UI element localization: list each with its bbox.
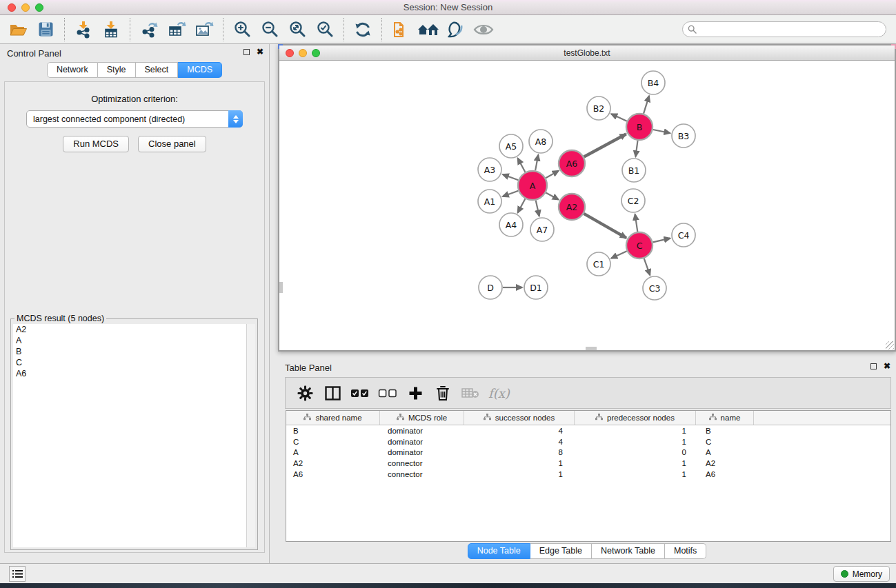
- node-B2[interactable]: B2: [587, 97, 610, 120]
- edge-C-C1[interactable]: [611, 251, 627, 258]
- table-cell[interactable]: 1: [464, 470, 575, 478]
- edge-A-A3[interactable]: [503, 174, 519, 180]
- edge-A2-C[interactable]: [584, 214, 626, 238]
- table-row[interactable]: A6connector11A6: [286, 469, 890, 480]
- node-A8[interactable]: A8: [529, 130, 552, 153]
- home-ndex-icon[interactable]: [417, 18, 440, 41]
- node-A2[interactable]: A2: [559, 194, 585, 220]
- node-A3[interactable]: A3: [478, 158, 501, 181]
- edge-A-A5[interactable]: [518, 159, 526, 172]
- edge-B-B1[interactable]: [636, 141, 638, 156]
- node-A7[interactable]: A7: [530, 218, 554, 241]
- deselect-all-icon[interactable]: [375, 381, 400, 405]
- edge-B-B3[interactable]: [653, 130, 670, 133]
- open-file-icon[interactable]: [6, 18, 30, 41]
- node-B3[interactable]: B3: [672, 124, 695, 148]
- horizontal-scrollbar[interactable]: [586, 347, 597, 350]
- table-row[interactable]: Bdominator41B: [286, 425, 890, 436]
- result-item[interactable]: A: [13, 335, 255, 346]
- close-panel-icon[interactable]: ✖: [257, 48, 263, 56]
- zoom-out-icon[interactable]: [258, 18, 281, 41]
- edge-A-A4[interactable]: [518, 199, 526, 212]
- table-cell[interactable]: 1: [575, 438, 696, 446]
- export-image-icon[interactable]: [192, 18, 216, 41]
- optimization-criterion-dropdown[interactable]: largest connected component (directed): [26, 110, 243, 128]
- table-cell[interactable]: 1: [575, 459, 696, 467]
- table-cell[interactable]: A6: [286, 470, 380, 478]
- table-cell[interactable]: 1: [464, 459, 575, 467]
- edge-C-C4[interactable]: [653, 239, 670, 243]
- node-A4[interactable]: A4: [499, 213, 523, 236]
- tab-motifs[interactable]: Motifs: [665, 543, 706, 559]
- network-document-icon[interactable]: [389, 18, 412, 41]
- refresh-layout-icon[interactable]: [351, 18, 375, 41]
- tab-mcds[interactable]: MCDS: [178, 62, 222, 78]
- save-session-icon[interactable]: [34, 18, 57, 41]
- table-cell[interactable]: A6: [696, 470, 754, 478]
- zoom-selected-icon[interactable]: [313, 18, 337, 41]
- table-row[interactable]: A2connector11A2: [286, 458, 890, 469]
- tab-edge-table[interactable]: Edge Table: [530, 543, 592, 559]
- node-D1[interactable]: D1: [524, 276, 548, 299]
- column-header-MCDS-role[interactable]: MCDS role: [380, 411, 464, 425]
- search-input[interactable]: [697, 25, 881, 34]
- edge-B-B2[interactable]: [611, 114, 627, 121]
- column-browser-icon[interactable]: [320, 381, 345, 405]
- node-B1[interactable]: B1: [622, 159, 646, 182]
- resize-grip[interactable]: [886, 341, 894, 349]
- float-table-panel-icon[interactable]: [870, 363, 877, 369]
- zoom-in-icon[interactable]: [230, 18, 254, 41]
- add-column-icon[interactable]: [403, 381, 428, 405]
- table-cell[interactable]: 1: [575, 427, 696, 435]
- node-D[interactable]: D: [479, 276, 502, 299]
- edge-A-A2[interactable]: [546, 193, 558, 200]
- table-cell[interactable]: 8: [464, 448, 575, 456]
- table-cell[interactable]: connector: [380, 470, 464, 478]
- table-cell[interactable]: A2: [696, 459, 754, 467]
- import-table-icon[interactable]: [99, 18, 123, 41]
- table-cell[interactable]: 1: [575, 470, 696, 478]
- tab-style[interactable]: Style: [98, 62, 136, 78]
- node-A1[interactable]: A1: [478, 190, 501, 213]
- table-cell[interactable]: A: [286, 448, 380, 456]
- float-panel-icon[interactable]: [243, 49, 250, 55]
- edge-A-A1[interactable]: [503, 191, 519, 196]
- vertical-scrollbar[interactable]: [279, 282, 283, 293]
- column-header-name[interactable]: name: [696, 411, 754, 425]
- vizmap-icon[interactable]: [444, 18, 468, 41]
- node-C3[interactable]: C3: [643, 276, 666, 300]
- function-builder-icon[interactable]: f(x): [488, 386, 510, 401]
- column-header-successor-nodes[interactable]: successor nodes: [464, 411, 575, 425]
- result-item[interactable]: A2: [13, 324, 255, 335]
- tab-network[interactable]: Network: [47, 62, 98, 78]
- node-C[interactable]: C: [626, 232, 653, 258]
- memory-button[interactable]: Memory: [833, 566, 890, 582]
- edge-A6-B[interactable]: [584, 134, 626, 157]
- search-box[interactable]: [682, 21, 886, 37]
- close-table-panel-icon[interactable]: ✖: [884, 363, 890, 370]
- table-cell[interactable]: dominator: [380, 448, 464, 456]
- edge-A-A7[interactable]: [536, 201, 539, 216]
- table-cell[interactable]: A2: [286, 459, 380, 467]
- node-C4[interactable]: C4: [672, 223, 695, 247]
- result-item[interactable]: A6: [13, 368, 255, 379]
- table-cell[interactable]: B: [286, 427, 380, 435]
- edge-B-B4[interactable]: [644, 96, 649, 114]
- edge-A-A8[interactable]: [535, 155, 538, 171]
- column-header-predecessor-nodes[interactable]: predecessor nodes: [575, 411, 696, 425]
- table-cell[interactable]: 0: [575, 448, 696, 456]
- table-row[interactable]: Cdominator41C: [286, 436, 890, 447]
- column-header-shared-name[interactable]: shared name: [286, 411, 380, 425]
- table-cell[interactable]: C: [286, 438, 380, 446]
- gear-icon[interactable]: [292, 381, 317, 405]
- node-A[interactable]: A: [518, 171, 547, 200]
- tab-network-table[interactable]: Network Table: [592, 543, 665, 559]
- export-table-icon[interactable]: [165, 18, 188, 41]
- edge-C-C2[interactable]: [635, 214, 638, 232]
- table-row[interactable]: Adominator80A: [286, 447, 890, 458]
- delete-column-icon[interactable]: [430, 381, 455, 405]
- network-window-titlebar[interactable]: testGlobe.txt: [279, 45, 895, 61]
- tab-select[interactable]: Select: [136, 62, 179, 78]
- node-C2[interactable]: C2: [621, 189, 645, 212]
- delete-table-icon[interactable]: [458, 381, 483, 405]
